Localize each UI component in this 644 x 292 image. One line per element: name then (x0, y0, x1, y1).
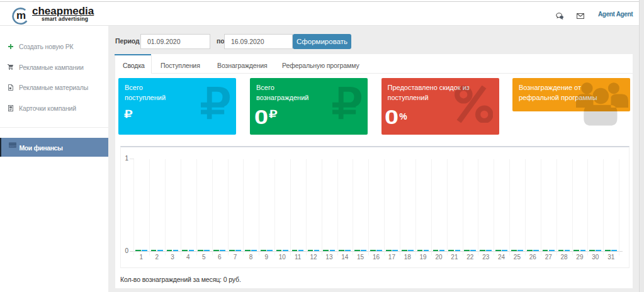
svg-text:m: m (16, 9, 26, 21)
